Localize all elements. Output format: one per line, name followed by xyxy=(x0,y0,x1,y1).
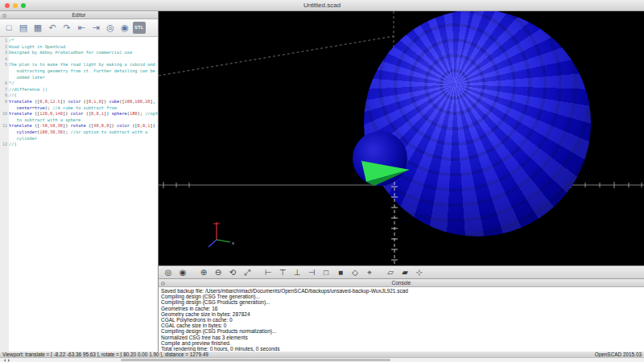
reset-view-icon: ⟲ xyxy=(229,269,236,277)
render-button[interactable]: ◉ xyxy=(178,267,188,278)
code-line-text: /* xyxy=(9,38,158,44)
show-crosshairs-button[interactable]: ⊹ xyxy=(415,267,424,278)
code-token: sphere xyxy=(112,111,127,116)
console-line: CGAL cache size in bytes: 0 xyxy=(161,323,642,328)
zoom-in-button[interactable]: ⊕ xyxy=(199,267,208,278)
code-token: 0,0,1 xyxy=(91,111,104,116)
view-back-button[interactable]: ■ xyxy=(336,267,345,278)
code-line-text: Road Light in OpenScad xyxy=(9,44,158,51)
code-token: added later xyxy=(9,75,45,80)
code-token: ); xyxy=(45,105,53,110)
horizontal-scrollbar[interactable] xyxy=(0,357,644,362)
code-token: ]) xyxy=(150,123,155,128)
view-bottom-icon: ⊥ xyxy=(294,269,301,277)
code-token: ([ xyxy=(32,123,40,128)
code-line: 2 Road Light in OpenScad xyxy=(0,44,158,51)
scroll-left-icon[interactable] xyxy=(2,359,6,362)
code-token: to subtract with a sphere xyxy=(9,117,80,122)
code-token: translate xyxy=(9,111,32,116)
undo-button[interactable]: ↶ xyxy=(46,21,59,35)
code-token xyxy=(9,130,17,134)
code-line-text: translate ([120,0,140]) color ([0,0,1]) … xyxy=(9,111,158,117)
preview-button[interactable]: ◎ xyxy=(104,21,117,35)
code-token: 100,30,30 xyxy=(39,130,63,134)
code-token: //} xyxy=(9,142,17,146)
code-line-text: //{ xyxy=(9,93,158,99)
line-number: 7 xyxy=(0,87,9,93)
view-center-button[interactable]: ⌖ xyxy=(365,267,374,278)
perspective-icon: ▱ xyxy=(387,269,394,277)
view-front-button[interactable]: □ xyxy=(321,267,331,278)
code-token: ], xyxy=(150,99,155,104)
view-bottom-button[interactable]: ⊥ xyxy=(292,267,302,278)
unindent-button[interactable]: ⇤ xyxy=(75,21,88,35)
code-token: color xyxy=(71,111,84,116)
save-file-icon: ▦ xyxy=(34,23,42,32)
perspective-button[interactable]: ▱ xyxy=(386,267,395,278)
scrollbar-thumb[interactable] xyxy=(121,359,390,361)
console-line: Compiling design (CSG Tree generation)..… xyxy=(161,294,642,299)
view-left-button[interactable]: ⊣ xyxy=(307,267,316,278)
preview-button[interactable]: ◎ xyxy=(163,267,173,278)
console-line: Compile and preview finished. xyxy=(161,340,642,346)
code-token: ([ xyxy=(32,99,40,104)
line-number xyxy=(0,68,9,75)
save-file-button[interactable]: ▦ xyxy=(31,21,44,35)
code-token: //A cube to subtract from xyxy=(52,105,117,110)
code-line-text: translate ([-50,50,30]) rotate ([90,0,0]… xyxy=(9,123,158,130)
redo-button[interactable]: ↷ xyxy=(60,21,73,35)
code-token: ([ xyxy=(80,99,89,104)
console-log[interactable]: Saved backup file: /Users/mbarchimact/Do… xyxy=(159,287,644,352)
reset-view-button[interactable]: ⟲ xyxy=(228,267,237,278)
code-token: //difference () xyxy=(9,87,47,92)
indent-button[interactable]: ⇥ xyxy=(89,21,102,35)
statusbar: Viewport: translate = [ -8.22 -63.36 95.… xyxy=(0,352,644,357)
code-line: 12 //} xyxy=(0,142,158,148)
editor-dock-close-button[interactable] xyxy=(2,14,6,18)
3d-viewport[interactable]: x xyxy=(159,11,644,265)
line-number: 2 xyxy=(0,44,9,51)
unindent-icon: ⇤ xyxy=(77,23,85,32)
line-number: 3 xyxy=(0,50,9,56)
console-dock-close-button[interactable] xyxy=(161,282,165,286)
view-center-icon: ⌖ xyxy=(367,269,372,277)
code-token: 0,0,1 xyxy=(138,123,151,128)
code-token: ]) xyxy=(60,99,68,104)
version-label: OpenSCAD 2015.03 xyxy=(595,352,642,357)
view-top-button[interactable]: ⊤ xyxy=(278,267,287,278)
new-file-button[interactable]: □ xyxy=(2,21,15,35)
indent-icon: ⇥ xyxy=(92,23,99,32)
code-editor[interactable]: 1 /* 2 Road Light in OpenScad 3 Designed… xyxy=(0,37,158,352)
editor-dock-title: Editor xyxy=(72,12,86,18)
console-line: Saved backup file: /Users/mbarchimact/Do… xyxy=(161,288,642,294)
export-stl-button[interactable]: STL xyxy=(133,21,146,35)
code-token xyxy=(9,105,17,110)
code-line-text: cylinder(100,30,30); //or option to subt… xyxy=(9,130,158,136)
code-token: 120,0,140 xyxy=(39,111,63,116)
code-token: ); xyxy=(63,130,71,134)
code-token: true xyxy=(35,105,45,110)
view-right-icon: ⊢ xyxy=(265,269,272,277)
render-button[interactable]: ◉ xyxy=(118,21,131,35)
z-axis-ruler xyxy=(391,182,398,265)
view-diagonal-icon: ◇ xyxy=(352,269,358,277)
code-line: added later xyxy=(0,75,158,81)
code-token: subtracting geometry from it. Further de… xyxy=(9,68,155,73)
zoom-out-icon: ⊖ xyxy=(215,269,221,277)
scroll-right-icon[interactable] xyxy=(8,359,11,362)
render-icon: ◉ xyxy=(121,23,129,32)
zoom-out-button[interactable]: ⊖ xyxy=(213,267,223,278)
orthogonal-button[interactable]: ▰ xyxy=(400,267,410,278)
view-right-button[interactable]: ⊢ xyxy=(263,267,273,278)
code-line: cylinder xyxy=(0,136,158,142)
line-number: 5 xyxy=(0,62,9,68)
code-line-text: translate ([0,0,12.5]) color ([0,1,0]) c… xyxy=(9,99,158,105)
zoom-all-button[interactable]: ⤢ xyxy=(242,267,252,278)
console-panel: Console Saved backup file: /Users/mbarch… xyxy=(159,279,644,352)
code-line: 9 translate ([0,0,12.5]) color ([0,1,0])… xyxy=(0,99,158,105)
code-line: 3 Designed by Abhay Prahaladhan for comm… xyxy=(0,50,158,56)
axis-indicator: x xyxy=(208,222,234,247)
view-diagonal-button[interactable]: ◇ xyxy=(350,267,360,278)
code-line-text: cylinder xyxy=(9,136,158,142)
open-file-button[interactable]: ▤ xyxy=(17,21,30,35)
